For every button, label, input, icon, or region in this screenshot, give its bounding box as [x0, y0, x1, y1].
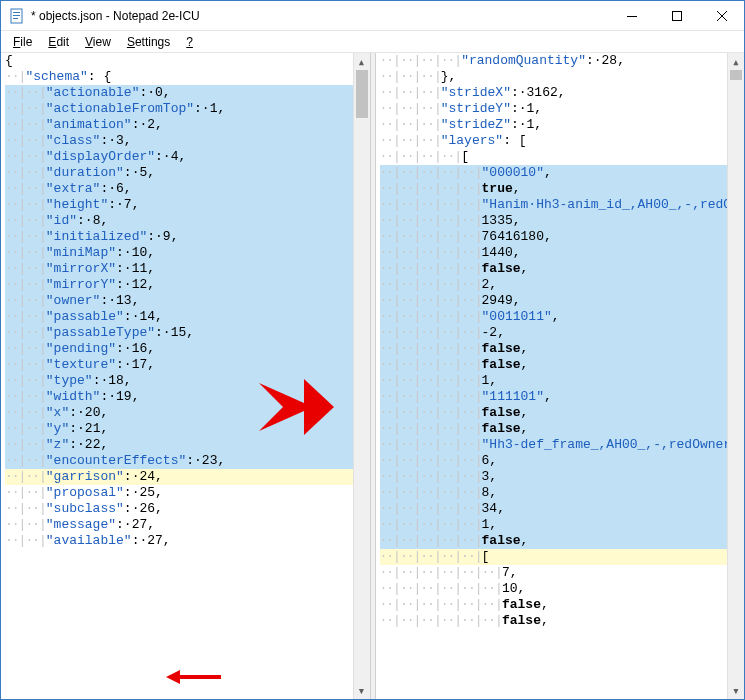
code-line[interactable]: ··|··|"extra":·6,	[5, 181, 353, 197]
code-line[interactable]: ··|··|··|"layers": [	[380, 133, 728, 149]
code-line[interactable]: ··|··|"miniMap":·10,	[5, 245, 353, 261]
indent-guide: ··|··|··|··|··|	[380, 293, 482, 309]
code-line[interactable]: ··|··|··|··|··|false,	[380, 421, 728, 437]
code-line[interactable]: ··|··|"garrison":·24,	[5, 469, 353, 485]
left-code[interactable]: {··|"schema": {··|··|"actionable":·0,··|…	[1, 53, 353, 699]
code-line[interactable]: ··|··|··|··|··|2,	[380, 277, 728, 293]
code-line[interactable]: ··|··|"actionableFromTop":·1,	[5, 101, 353, 117]
code-line[interactable]: ··|··|"passable":·14,	[5, 309, 353, 325]
code-line[interactable]: ··|··|"displayOrder":·4,	[5, 149, 353, 165]
code-line[interactable]: ··|··|"height":·7,	[5, 197, 353, 213]
annotation-arrow-small	[166, 670, 221, 684]
indent-guide: ··|··|	[5, 405, 46, 421]
code-line[interactable]: ··|··|"owner":·13,	[5, 293, 353, 309]
indent-guide: ··|··|··|	[380, 117, 441, 133]
code-line[interactable]: ··|··|··|··|··|"Hanim·Hh3-anim_id_,AH00_…	[380, 197, 728, 213]
code-line[interactable]: ··|··|"encounterEffects":·23,	[5, 453, 353, 469]
code-line[interactable]: ··|··|··|},	[380, 69, 728, 85]
code-line[interactable]: ··|··|··|··|··|8,	[380, 485, 728, 501]
code-line[interactable]: ··|··|··|··|··|6,	[380, 453, 728, 469]
left-pane[interactable]: {··|"schema": {··|··|"actionable":·0,··|…	[1, 53, 370, 699]
indent-guide: ··|··|··|··|··|··|	[380, 581, 502, 597]
code-line[interactable]: ··|··|··|··|··|··|false,	[380, 597, 728, 613]
code-line[interactable]: ··|··|··|··|··|3,	[380, 469, 728, 485]
code-line[interactable]: ··|··|··|··|··|false,	[380, 261, 728, 277]
code-line[interactable]: ··|··|··|"strideY":·1,	[380, 101, 728, 117]
code-line[interactable]: ··|··|··|··|··|"Hh3-def_frame_,AH00_,-,r…	[380, 437, 728, 453]
code-line[interactable]: ··|"schema": {	[5, 69, 353, 85]
scroll-down-icon[interactable]: ▾	[728, 682, 744, 699]
code-line[interactable]: ··|··|··|··|··|1335,	[380, 213, 728, 229]
code-line[interactable]: ··|··|··|··|··|1,	[380, 373, 728, 389]
indent-guide: ··|··|··|··|··|··|	[380, 565, 502, 581]
indent-guide: ··|··|··|··|··|	[380, 437, 482, 453]
svg-rect-4	[627, 16, 637, 17]
code-line[interactable]: ··|··|··|··|··|"111101",	[380, 389, 728, 405]
indent-guide: ··|··|··|··|··|··|	[380, 597, 502, 613]
code-line[interactable]: ··|··|"id":·8,	[5, 213, 353, 229]
code-line[interactable]: ··|··|··|··|··|[	[380, 549, 728, 565]
editor-area: {··|"schema": {··|··|"actionable":·0,··|…	[1, 53, 744, 699]
menu-view[interactable]: View	[77, 33, 119, 51]
indent-guide: ··|··|··|··|	[380, 53, 462, 69]
code-line[interactable]: ··|··|"passableType":·15,	[5, 325, 353, 341]
scroll-up-icon[interactable]: ▴	[354, 53, 370, 70]
code-line[interactable]: ··|··|"pending":·16,	[5, 341, 353, 357]
code-line[interactable]: ··|··|"proposal":·25,	[5, 485, 353, 501]
code-line[interactable]: ··|··|"actionable":·0,	[5, 85, 353, 101]
indent-guide: ··|··|··|··|··|	[380, 165, 482, 181]
code-line[interactable]: ··|··|"animation":·2,	[5, 117, 353, 133]
code-line[interactable]: ··|··|··|··|··|76416180,	[380, 229, 728, 245]
minimize-button[interactable]	[609, 1, 654, 30]
menu-edit[interactable]: Edit	[40, 33, 77, 51]
code-line[interactable]: ··|··|··|··|[	[380, 149, 728, 165]
menu-file[interactable]: File	[5, 33, 40, 51]
scroll-thumb[interactable]	[356, 70, 368, 118]
svg-rect-1	[13, 12, 20, 13]
code-line[interactable]: ··|··|··|··|··|34,	[380, 501, 728, 517]
code-line[interactable]: ··|··|··|··|··|false,	[380, 405, 728, 421]
code-line[interactable]: ··|··|··|··|··|false,	[380, 357, 728, 373]
menu-help[interactable]: ?	[178, 33, 201, 51]
code-line[interactable]: ··|··|"class":·3,	[5, 133, 353, 149]
code-line[interactable]: ··|··|"message":·27,	[5, 517, 353, 533]
code-line[interactable]: ··|··|··|"strideX":·3162,	[380, 85, 728, 101]
code-line[interactable]: ··|··|··|··|"randomQuantity":·28,	[380, 53, 728, 69]
right-code[interactable]: ··|··|··|··|"randomQuantity":·28,··|··|·…	[376, 53, 728, 699]
code-line[interactable]: ··|··|··|··|··|"0011011",	[380, 309, 728, 325]
scroll-down-icon[interactable]: ▾	[354, 682, 370, 699]
code-line[interactable]: ··|··|"subclass":·26,	[5, 501, 353, 517]
code-line[interactable]: ··|··|··|··|··|··|10,	[380, 581, 728, 597]
left-scrollbar[interactable]: ▴ ▾	[353, 53, 370, 699]
code-line[interactable]: ··|··|"mirrorX":·11,	[5, 261, 353, 277]
code-line[interactable]: ··|··|··|··|··|true,	[380, 181, 728, 197]
code-line[interactable]: ··|··|"available":·27,	[5, 533, 353, 549]
code-line[interactable]: ··|··|··|··|··|"000010",	[380, 165, 728, 181]
code-line[interactable]: ··|··|··|··|··|false,	[380, 341, 728, 357]
code-line[interactable]: ··|··|"z":·22,	[5, 437, 353, 453]
code-line[interactable]: {	[5, 53, 353, 69]
code-line[interactable]: ··|··|··|··|··|1440,	[380, 245, 728, 261]
right-pane[interactable]: ··|··|··|··|"randomQuantity":·28,··|··|·…	[376, 53, 745, 699]
indent-guide: ··|··|··|··|··|	[380, 533, 482, 549]
close-button[interactable]	[699, 1, 744, 30]
code-line[interactable]: ··|··|··|··|··|··|false,	[380, 613, 728, 629]
scroll-thumb[interactable]	[730, 70, 742, 80]
code-line[interactable]: ··|··|··|··|··|false,	[380, 533, 728, 549]
code-line[interactable]: ··|··|··|··|··|1,	[380, 517, 728, 533]
menu-settings[interactable]: Settings	[119, 33, 178, 51]
scroll-up-icon[interactable]: ▴	[728, 53, 744, 70]
indent-guide: ··|··|	[5, 357, 46, 373]
code-line[interactable]: ··|··|··|··|··|2949,	[380, 293, 728, 309]
maximize-button[interactable]	[654, 1, 699, 30]
code-line[interactable]: ··|··|"mirrorY":·12,	[5, 277, 353, 293]
code-line[interactable]: ··|··|··|"strideZ":·1,	[380, 117, 728, 133]
code-line[interactable]: ··|··|"texture":·17,	[5, 357, 353, 373]
code-line[interactable]: ··|··|··|··|··|-2,	[380, 325, 728, 341]
indent-guide: ··|··|··|··|	[380, 149, 462, 165]
indent-guide: ··|··|	[5, 181, 46, 197]
right-scrollbar[interactable]: ▴ ▾	[727, 53, 744, 699]
code-line[interactable]: ··|··|"duration":·5,	[5, 165, 353, 181]
code-line[interactable]: ··|··|··|··|··|··|7,	[380, 565, 728, 581]
code-line[interactable]: ··|··|"initialized":·9,	[5, 229, 353, 245]
